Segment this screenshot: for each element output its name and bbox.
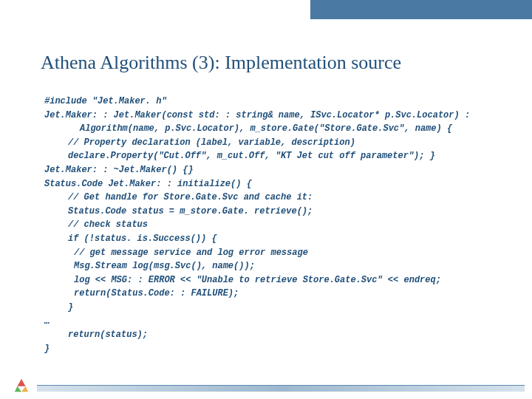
logo-icon [13, 377, 30, 393]
code-line: // Get handle for Store.Gate.Svc and cac… [44, 191, 510, 205]
code-line: Jet.Maker: : ~Jet.Maker() {} [44, 163, 510, 177]
code-line: } [44, 342, 510, 356]
code-line: declare.Property("Cut.Off", m_cut.Off, "… [44, 149, 510, 163]
code-line: // get message service and log error mes… [44, 246, 510, 260]
code-line: Status.Code status = m_store.Gate. retri… [44, 205, 510, 219]
code-line: Msg.Stream log(msg.Svc(), name()); [44, 259, 510, 273]
code-line: if (!status. is.Success()) { [44, 232, 510, 246]
footer-gradient-strip [37, 386, 525, 392]
code-line: … [44, 315, 510, 329]
footer [0, 377, 532, 399]
code-line: return(status); [44, 328, 510, 342]
code-line: Status.Code Jet.Maker: : initialize() { [44, 177, 510, 191]
code-line: Algorithm(name, p.Svc.Locator), m_store.… [44, 122, 510, 136]
code-line: } [44, 301, 510, 315]
slide-title: Athena Algorithms (3): Implementation so… [41, 52, 401, 74]
code-line: log << MSG: : ERROR << "Unable to retrie… [44, 273, 510, 287]
code-line: // check status [44, 218, 510, 232]
code-line: Jet.Maker: : Jet.Maker(const std: : stri… [44, 109, 510, 123]
slide-container: Athena Algorithms (3): Implementation so… [0, 0, 532, 399]
code-line: #include "Jet.Maker. h" [44, 95, 510, 109]
code-line: return(Status.Code: : FAILURE); [44, 287, 510, 301]
header-accent-bar [310, 0, 532, 19]
code-block: #include "Jet.Maker. h" Jet.Maker: : Jet… [44, 95, 510, 355]
code-line: // Property declaration (label, variable… [44, 136, 510, 150]
